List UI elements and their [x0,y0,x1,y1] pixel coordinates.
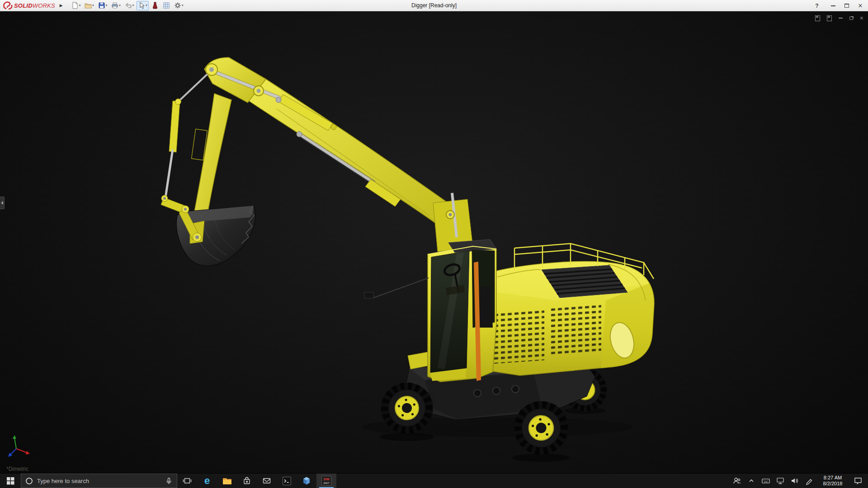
activate-window-icon[interactable] [827,14,832,22]
excavator-model[interactable] [0,11,868,473]
taskbar-app-mail[interactable] [257,474,277,488]
edit-appearance-button[interactable] [150,1,160,10]
new-document-icon [71,2,79,9]
upper-body[interactable] [491,244,654,375]
design-table-icon [163,2,170,9]
volume-button[interactable] [788,474,802,488]
solidworks-logo: SOLIDWORKS [0,1,55,9]
ds-logo-mark [3,1,13,9]
minimize-document-button[interactable] [839,14,843,22]
document-window-controls: × [815,14,863,22]
side-vents-right [551,304,601,355]
taskbar-search[interactable]: Type here to search [21,474,177,488]
cortana-icon [25,477,33,485]
people-icon [732,476,741,485]
save-button[interactable]: ▾ [97,1,109,10]
appearance-icon [151,2,159,9]
close-document-button[interactable]: × [860,14,863,22]
design-table-button[interactable] [161,1,171,10]
taskbar-app-command-prompt[interactable] [277,474,297,488]
cab[interactable] [364,239,496,382]
taskbar-app-solidworks[interactable]: SW 2017 [316,474,336,488]
display-button[interactable] [773,474,788,488]
action-center-icon [854,476,863,485]
minimize-button[interactable] [826,0,840,11]
open-button[interactable]: ▾ [83,1,95,10]
help-button[interactable]: ? [810,0,824,11]
solidworks-window: SOLIDWORKS ▶ ▾ ▾ ▾ [0,0,868,488]
search-placeholder: Type here to search [37,478,161,484]
taskbar: Type here to search e [0,473,868,488]
touch-keyboard-button[interactable] [759,474,773,488]
select-tool-button[interactable]: ▾ [137,1,149,10]
show-hidden-icons-button[interactable] [744,474,759,488]
undo-button[interactable]: ▾ [123,1,136,10]
side-mirror [364,292,373,298]
boom-arm-assembly[interactable] [161,57,473,266]
document-title: Digger [Read-only] [411,2,457,9]
options-button[interactable]: ▾ [173,1,185,10]
new-document-button[interactable]: ▾ [70,1,82,10]
edge-icon: e [204,476,210,486]
window-controls: ? × [810,0,867,11]
taskbar-app-file-explorer[interactable] [217,474,237,488]
microphone-icon[interactable] [165,477,173,485]
solidworks-2017-icon: SW 2017 [321,476,331,486]
keyboard-icon [761,476,770,485]
system-tray: 8:27 AM 8/2/2018 [730,474,868,488]
clock-time: 8:27 AM [824,475,842,481]
clock-date: 8/2/2018 [823,481,843,487]
people-button[interactable] [730,474,744,488]
menu-flyout-arrow[interactable]: ▶ [60,3,63,8]
task-view-button[interactable] [177,474,197,488]
print-icon [111,2,118,9]
panel-collapse-tab[interactable] [0,197,5,209]
print-button[interactable]: ▾ [110,1,122,10]
select-cursor-icon [138,2,145,9]
mail-icon [262,476,271,485]
brand-text: SOLIDWORKS [14,2,55,9]
action-center-button[interactable] [849,474,867,488]
open-folder-icon [85,2,92,9]
titlebar: SOLIDWORKS ▶ ▾ ▾ ▾ [0,0,868,11]
chevron-up-icon [748,477,755,484]
start-button[interactable] [0,474,21,488]
pen-button[interactable] [802,474,816,488]
view-orientation-label: *Dimetric [6,466,28,472]
file-explorer-icon [222,477,232,485]
pen-icon [805,476,814,485]
cad-cube-icon [302,476,311,486]
task-view-icon [183,476,192,485]
gear-icon [174,2,181,9]
store-icon [242,476,251,485]
command-prompt-icon [282,476,292,486]
orientation-triad [8,435,30,457]
side-vents-left [494,310,544,364]
close-button[interactable]: × [854,0,867,11]
taskbar-app-store[interactable] [237,474,257,488]
new-window-icon[interactable] [815,14,820,22]
taskbar-app-edge[interactable]: e [197,474,217,488]
undo-icon [125,2,132,9]
taskbar-clock[interactable]: 8:27 AM 8/2/2018 [816,474,849,488]
operator-seat [478,286,493,328]
display-icon [776,476,785,485]
maximize-button[interactable] [840,0,854,11]
taskbar-app-edrawings[interactable] [297,474,316,488]
windows-logo-icon [7,477,14,485]
quick-access-toolbar: ▾ ▾ ▾ ▾ [70,0,185,11]
restore-document-button[interactable] [849,14,853,22]
speaker-icon [790,476,799,485]
graphics-area[interactable]: × *Dimetric [0,11,868,473]
save-icon [98,2,105,9]
